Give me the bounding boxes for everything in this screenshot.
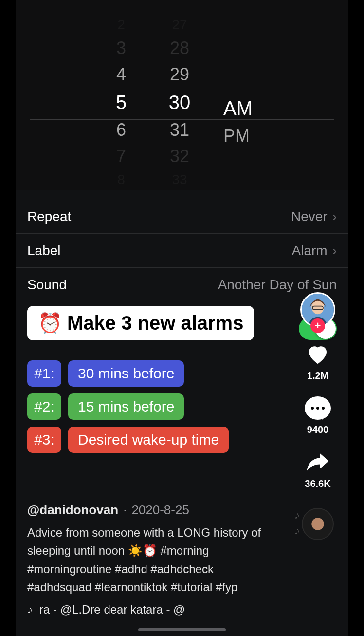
follow-button[interactable]: + bbox=[310, 318, 325, 333]
author-handle[interactable]: @danidonovan bbox=[27, 503, 118, 518]
ampm-wheel[interactable]: AM PM bbox=[218, 15, 262, 190]
floating-notes-icon: ♪♪ bbox=[294, 509, 300, 537]
comment-icon bbox=[305, 396, 331, 420]
music-row[interactable]: ♪ ra - @L.Dre dear katara - @ bbox=[27, 603, 280, 617]
post-date: 2020-8-25 bbox=[131, 503, 189, 518]
share-button[interactable]: 36.6K bbox=[305, 449, 331, 489]
repeat-label: Repeat bbox=[27, 209, 71, 224]
tag-text-1: 30 mins before bbox=[68, 360, 184, 387]
minute-wheel[interactable]: 27 28 29 30 31 32 33 bbox=[160, 15, 199, 190]
alarm-settings: Repeat Never › Label Alarm › Sound Anoth… bbox=[16, 200, 348, 302]
chevron-right-icon: › bbox=[332, 243, 337, 259]
caption-text: Make 3 new alarms bbox=[67, 312, 243, 334]
video-description: Advice from someone with a LONG history … bbox=[27, 524, 280, 596]
hour-wheel[interactable]: 2 3 4 5 6 7 8 bbox=[102, 15, 141, 190]
music-label: ra - @L.Dre dear katara - @ bbox=[39, 603, 185, 617]
tag-text-3: Desired wake-up time bbox=[68, 427, 229, 453]
sound-value: Another Day of Sun bbox=[218, 277, 337, 293]
sound-label: Sound bbox=[27, 277, 67, 293]
meta-dot: · bbox=[123, 503, 127, 518]
video-meta: @danidonovan · 2020-8-25 Advice from som… bbox=[27, 503, 280, 617]
author-avatar[interactable]: + bbox=[300, 292, 335, 327]
label-value: Alarm bbox=[292, 243, 328, 259]
video-caption-main: ⏰ Make 3 new alarms bbox=[27, 306, 254, 340]
tag-text-2: 15 mins before bbox=[68, 393, 184, 420]
alarm-emoji-icon: ⏰ bbox=[38, 312, 62, 335]
label-label: Label bbox=[27, 243, 61, 259]
tag-num-2: #2: bbox=[27, 393, 61, 420]
tag-num-3: #3: bbox=[27, 427, 61, 453]
caption-tags: #1: 30 mins before #2: 15 mins before #3… bbox=[27, 360, 229, 453]
repeat-value: Never bbox=[291, 209, 328, 224]
home-indicator[interactable] bbox=[138, 628, 226, 631]
time-picker[interactable]: 2 3 4 5 6 7 8 27 28 29 30 31 32 33 bbox=[16, 0, 348, 190]
action-rail: + 1.2M 9400 36.6K bbox=[296, 292, 340, 540]
chevron-right-icon: › bbox=[332, 209, 337, 224]
like-button[interactable]: 1.2M bbox=[305, 341, 331, 381]
heart-icon bbox=[305, 341, 331, 367]
video-frame: 2 3 4 5 6 7 8 27 28 29 30 31 32 33 bbox=[16, 0, 348, 636]
comment-button[interactable]: 9400 bbox=[305, 395, 331, 435]
sound-disc[interactable] bbox=[302, 508, 334, 540]
tag-num-1: #1: bbox=[27, 360, 61, 387]
like-count: 1.2M bbox=[307, 370, 328, 381]
music-note-icon: ♪ bbox=[27, 603, 33, 616]
comment-count: 9400 bbox=[307, 424, 329, 435]
repeat-row[interactable]: Repeat Never › bbox=[16, 200, 348, 234]
share-arrow-icon bbox=[305, 449, 331, 476]
share-count: 36.6K bbox=[305, 478, 330, 489]
label-row[interactable]: Label Alarm › bbox=[16, 234, 348, 268]
